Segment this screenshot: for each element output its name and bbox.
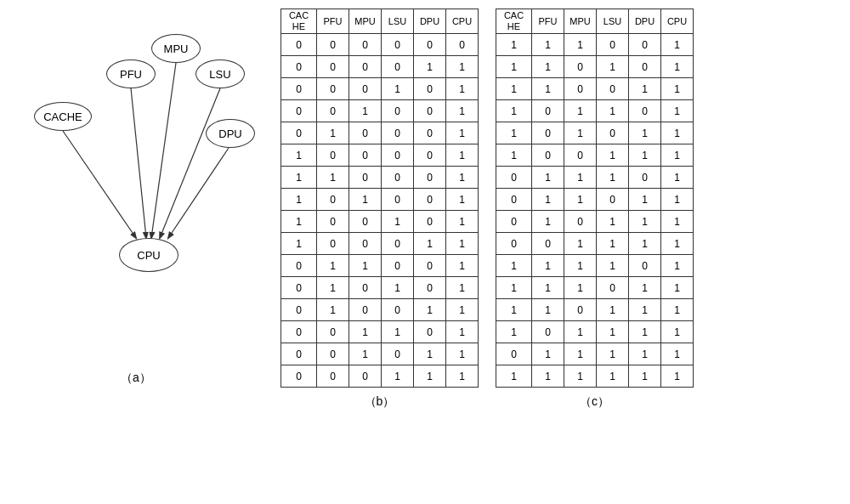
table-cell: 1 [446,78,479,100]
table-cell: 0 [281,321,317,343]
table-cell: 1 [597,255,629,277]
table-cell: 0 [414,122,446,144]
table-cell: 1 [661,56,694,78]
table-cell: 0 [349,233,382,255]
node-pfu: PFU [106,59,156,88]
table-cell: 0 [597,189,629,211]
table-cell: 1 [564,100,597,122]
col-cache-c: CACHE [496,9,532,34]
table-row: 000101 [281,78,479,100]
table-cell: 0 [629,255,661,277]
table-cell: 1 [597,299,629,321]
table-cell: 0 [317,144,349,167]
table-cell: 0 [414,34,446,56]
table-cell: 0 [281,100,317,122]
table-row: 010001 [281,122,479,144]
table-cell: 1 [281,167,317,189]
table-cell: 1 [661,299,694,321]
table-cell: 1 [661,122,694,144]
table-cell: 1 [281,144,317,167]
table-row: 110111 [496,299,694,321]
table-cell: 0 [281,34,317,56]
table-cell: 1 [414,233,446,255]
table-cell: 1 [597,100,629,122]
table-cell: 0 [349,167,382,189]
table-cell: 0 [382,122,414,144]
table-cell: 0 [414,189,446,211]
table-row: 001011 [281,343,479,365]
table-cell: 0 [496,211,532,233]
table-cell: 0 [629,100,661,122]
table-cell: 0 [281,78,317,100]
table-cell: 1 [414,299,446,321]
table-cell: 1 [446,56,479,78]
table-cell: 0 [349,277,382,299]
table-cell: 0 [414,78,446,100]
table-cell: 1 [629,299,661,321]
table-cell: 0 [382,233,414,255]
table-cell: 0 [281,122,317,144]
table-cell: 0 [532,122,564,144]
table-cell: 1 [446,122,479,144]
table-cell: 0 [532,144,564,167]
table-cell: 0 [317,78,349,100]
node-mpu: MPU [151,34,201,63]
table-cell: 1 [496,56,532,78]
table-row: 011101 [496,167,694,189]
part-b: CACHE PFU MPU LSU DPU CPU 00000000001100… [280,8,479,410]
table-cell: 0 [382,34,414,56]
table-cell: 1 [496,299,532,321]
table-cell: 0 [414,167,446,189]
table-cell: 0 [317,56,349,78]
table-cell: 1 [382,277,414,299]
table-cell: 1 [317,122,349,144]
table-cell: 0 [564,78,597,100]
table-cell: 0 [564,144,597,167]
table-cell: 0 [281,343,317,365]
table-cell: 1 [496,255,532,277]
table-cell: 0 [382,56,414,78]
table-row: 100111 [496,144,694,167]
table-cell: 0 [414,321,446,343]
col-pfu: PFU [317,9,349,34]
svg-line-4 [168,148,229,238]
table-cell: 0 [597,78,629,100]
table-cell: 1 [281,189,317,211]
col-mpu-c: MPU [564,9,597,34]
table-row: 011111 [496,343,694,365]
table-cell: 1 [414,365,446,388]
table-cell: 0 [317,100,349,122]
table-cell: 1 [446,167,479,189]
table-cell: 0 [349,144,382,167]
table-cell: 1 [532,34,564,56]
node-dpu: DPU [206,119,255,148]
table-cell: 1 [532,277,564,299]
table-cell: 1 [564,167,597,189]
table-cell: 1 [349,255,382,277]
svg-line-1 [151,63,176,238]
table-cell: 1 [532,343,564,365]
table-row: 100001 [281,144,479,167]
table-cell: 1 [496,365,532,388]
table-cell: 1 [661,321,694,343]
table-cell: 1 [532,167,564,189]
table-cell: 0 [317,365,349,388]
table-cell: 0 [564,56,597,78]
table-cell: 1 [532,255,564,277]
table-row: 110011 [496,78,694,100]
table-cell: 0 [281,56,317,78]
table-row: 111111 [496,365,694,388]
table-cell: 1 [317,167,349,189]
table-cell: 1 [281,233,317,255]
table-c-body: 1110011101011100111011011010111001110111… [496,34,694,388]
col-dpu-c: DPU [629,9,661,34]
node-cpu: CPU [119,238,178,272]
caption-a: （a） [121,371,151,386]
table-cell: 1 [564,365,597,388]
table-cell: 1 [349,100,382,122]
table-cell: 1 [532,211,564,233]
table-cell: 1 [661,34,694,56]
caption-b: （b） [365,394,395,410]
table-cell: 0 [349,211,382,233]
table-cell: 1 [349,189,382,211]
